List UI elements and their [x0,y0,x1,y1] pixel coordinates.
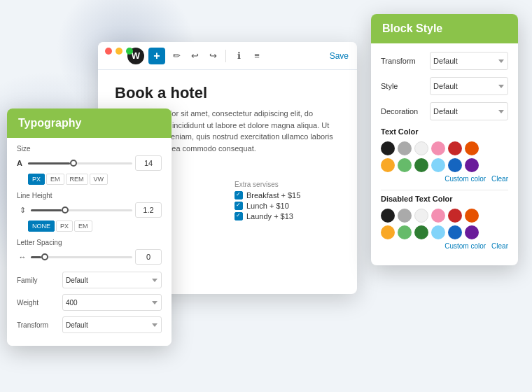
text-color-swatches-row1 [381,141,508,155]
dis-color-swatch-white[interactable] [414,209,428,223]
size-input[interactable]: 14 [135,155,162,171]
dis-color-swatch-yellow[interactable] [381,225,395,239]
size-unit-tabs: PX EM REM VW [28,174,162,185]
bs-transform-row: Transform Default None Uppercase [381,52,508,70]
breakfast-checkbox[interactable] [234,191,243,200]
color-swatch-yellow[interactable] [381,158,395,172]
letter-spacing-control: ↔ 0 [17,249,162,265]
unit-tab-vw[interactable]: VW [90,174,108,185]
list-item: Laundy + $13 [234,212,340,220]
line-height-thumb[interactable] [62,206,69,214]
unit-tab-rem[interactable]: REM [66,174,88,185]
lh-unit-em[interactable]: EM [74,220,92,232]
color-swatch-gray[interactable] [398,141,412,155]
color-swatch-red[interactable] [448,141,462,155]
letter-spacing-input[interactable]: 0 [135,249,162,265]
family-select[interactable]: Default Arial Georgia [62,272,162,288]
bs-style-select[interactable]: Default None [430,77,508,95]
dis-color-swatch-blue-light[interactable] [431,225,445,239]
typography-title: Typography [18,117,81,129]
letter-spacing-slider[interactable] [31,256,132,258]
lh-unit-px[interactable]: PX [56,220,73,232]
line-height-unit-tabs: NONE PX EM [28,220,162,232]
lunch-checkbox[interactable] [234,202,243,210]
list-item: Lunch + $10 [234,202,340,210]
unit-tab-em[interactable]: EM [46,174,64,185]
list-icon[interactable]: ≡ [250,49,264,63]
transform-select[interactable]: Default None Uppercase [62,316,162,333]
toolbar-separator [225,50,226,62]
color-swatch-black[interactable] [381,141,395,155]
divider [381,190,508,190]
info-icon[interactable]: ℹ [232,49,246,63]
color-swatch-blue[interactable] [448,158,462,172]
text-color-custom-link[interactable]: Custom color [444,175,486,183]
list-item: Breakfast + $15 [234,191,340,200]
line-height-control: ⇕ 1.2 [17,202,162,218]
disabled-color-custom-link[interactable]: Custom color [444,242,486,250]
editor-toolbar: W + ✏ ↩ ↪ ℹ ≡ Save [98,42,357,70]
bs-decoration-select[interactable]: Default None Underline [430,102,508,120]
bs-style-label: Style [381,82,430,90]
color-swatch-pink[interactable] [431,141,445,155]
family-row: Family Default Arial Georgia [17,272,162,288]
typography-panel: Typography Size A 14 PX EM REM VW Line [7,108,172,346]
size-label: Size [17,145,162,153]
redo-icon[interactable]: ↪ [206,49,220,63]
traffic-lights [105,48,133,55]
weight-select[interactable]: 400 300 700 [62,294,162,311]
letter-spacing-thumb[interactable] [41,253,48,260]
dis-color-swatch-pink[interactable] [431,209,445,223]
traffic-light-yellow[interactable] [115,48,122,55]
letter-spacing-label: Letter Spacing [17,239,162,246]
color-swatch-white[interactable] [414,141,428,155]
size-slider-thumb[interactable] [70,160,77,167]
bs-transform-label: Transform [381,57,430,65]
add-block-button[interactable]: + [148,48,165,64]
bs-transform-select[interactable]: Default None Uppercase [430,52,508,70]
dis-color-swatch-red[interactable] [448,209,462,223]
block-style-title: Block Style [382,22,442,34]
family-label: Family [17,276,62,284]
weight-label: Weight [17,299,62,307]
text-color-title: Text Color [381,127,508,136]
color-swatch-blue-light[interactable] [431,158,445,172]
letter-spacing-icon: ↔ [17,251,28,262]
color-swatch-purple[interactable] [465,158,479,172]
color-swatch-green-light[interactable] [398,158,412,172]
letter-spacing-row: Letter Spacing ↔ 0 [17,239,162,265]
dis-color-swatch-orange[interactable] [465,209,479,223]
dis-color-swatch-blue[interactable] [448,225,462,239]
bs-style-row: Style Default None [381,77,508,95]
bs-decoration-label: Decoration [381,107,430,115]
save-button[interactable]: Save [330,51,349,61]
unit-tab-px[interactable]: PX [28,174,45,185]
dis-color-swatch-green[interactable] [414,225,428,239]
traffic-light-green[interactable] [126,48,133,55]
dis-color-swatch-green-light[interactable] [398,225,412,239]
dis-color-swatch-gray[interactable] [398,209,412,223]
disabled-color-clear-link[interactable]: Clear [491,242,508,250]
text-color-swatches-row2 [381,158,508,172]
color-swatch-orange[interactable] [465,141,479,155]
block-style-body: Transform Default None Uppercase Style D… [371,43,518,265]
undo-icon[interactable]: ↩ [188,49,202,63]
dis-color-swatch-black[interactable] [381,209,395,223]
laundy-checkbox[interactable] [234,212,243,220]
disabled-color-swatches-row1 [381,209,508,223]
line-height-input[interactable]: 1.2 [135,202,162,218]
line-height-fill [31,209,62,211]
text-color-actions: Custom color Clear [381,175,508,183]
color-swatch-green[interactable] [414,158,428,172]
size-slider-track[interactable] [28,162,132,164]
traffic-light-red[interactable] [105,48,112,55]
size-row: Size A 14 PX EM REM VW [17,145,162,185]
text-color-clear-link[interactable]: Clear [491,175,508,183]
line-height-icon: ⇕ [17,204,28,216]
lh-unit-none[interactable]: NONE [28,220,55,232]
format-icon[interactable]: ✏ [169,49,183,63]
dis-color-swatch-purple[interactable] [465,225,479,239]
line-height-slider[interactable] [31,209,132,211]
line-height-label: Line Height [17,192,162,200]
block-style-panel: Block Style Transform Default None Upper… [371,14,518,265]
